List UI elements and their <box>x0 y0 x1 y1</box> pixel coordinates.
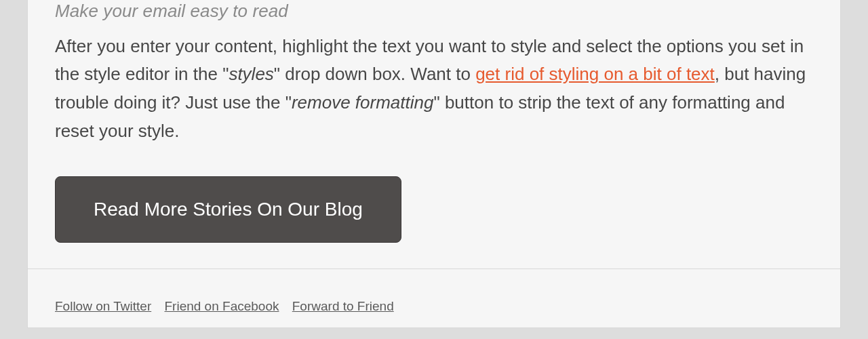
footer-links: Follow on Twitter Friend on Facebook For… <box>55 299 813 314</box>
email-card: Make your email easy to read After you e… <box>27 0 841 328</box>
lead-text: Make your email easy to read <box>55 0 813 23</box>
read-more-button[interactable]: Read More Stories On Our Blog <box>55 176 401 243</box>
remove-formatting-term: remove formatting <box>292 92 434 113</box>
body-paragraph: After you enter your content, highlight … <box>55 33 813 145</box>
footer-link-forward[interactable]: Forward to Friend <box>292 299 394 313</box>
content-region: Make your email easy to read After you e… <box>28 0 840 268</box>
styles-term: styles <box>229 64 273 84</box>
remove-styling-link[interactable]: get rid of styling on a bit of text <box>475 64 715 84</box>
footer-region: Follow on Twitter Friend on Facebook For… <box>28 268 840 327</box>
footer-link-twitter[interactable]: Follow on Twitter <box>55 299 151 313</box>
body-seg-2: " drop down box. Want to <box>274 64 475 84</box>
footer-link-facebook[interactable]: Friend on Facebook <box>164 299 279 313</box>
